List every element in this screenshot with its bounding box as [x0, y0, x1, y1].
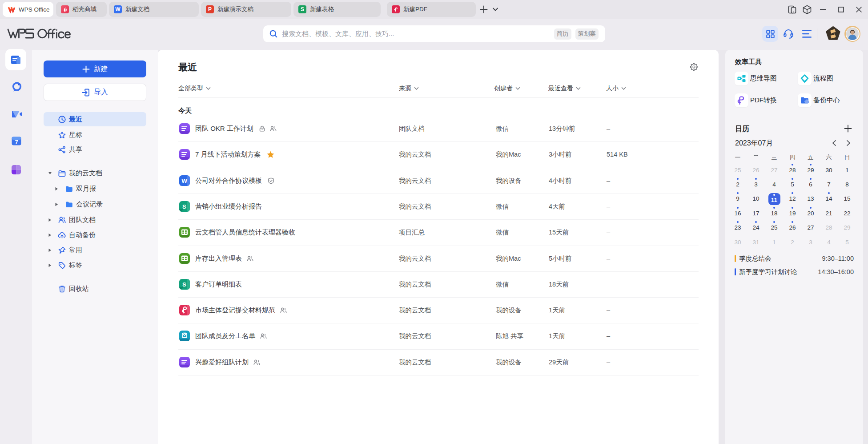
svg-text:7: 7 — [15, 139, 18, 145]
svg-text:S: S — [182, 203, 186, 210]
svg-text:W: W — [181, 178, 187, 184]
svg-text:S: S — [182, 281, 186, 288]
